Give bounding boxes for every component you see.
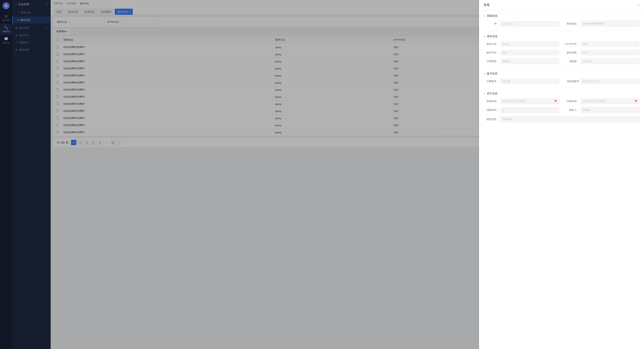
section-version-header[interactable]: ∨ 版号信息 (484, 72, 640, 75)
section-request-title: 请求信息 (487, 35, 498, 38)
browser-label: 浏览器： (564, 60, 579, 63)
field-location: 登录地点： 0|0|0|内网IP|内网IP (564, 21, 640, 27)
platform-value: Mac (500, 50, 559, 55)
field-end-time: 结束时间： 2021-07-13 15:36:40 📅 (564, 98, 640, 104)
ip-label: IP： (484, 22, 499, 25)
field-operator: 操作人： 管理员 (564, 107, 640, 113)
duration-value: 0 (500, 107, 559, 113)
field-req-method: 请求方法： query (484, 41, 559, 47)
section-basic-header[interactable]: ∨ 基础信息 (484, 14, 640, 18)
section-request-header[interactable]: ∨ 请求信息 (484, 35, 640, 38)
http-method-label-d: HTTP方式： (564, 42, 579, 46)
http-method-value: GET (581, 41, 640, 47)
desc-value: 字典查询 (500, 116, 640, 122)
section-basic: ∨ 基础信息 IP： 127.0.0.1 登录地点： 0|0|0|内网IP|内网… (484, 14, 640, 27)
platform-label: 操作平台： (484, 51, 499, 54)
engine-ver-value: 537.36 (500, 78, 559, 84)
drawer-close-button[interactable]: × (637, 3, 640, 7)
drawer-body: ∨ 基础信息 IP： 127.0.0.1 登录地点： 0|0|0|内网IP|内网… (479, 10, 644, 349)
operator-label: 操作人： (564, 108, 579, 112)
location-value: 0|0|0|内网IP|内网IP (581, 21, 640, 27)
req-method-value: query (500, 41, 559, 47)
start-time-value[interactable]: 2021-07-13 15:36:40 📅 (500, 98, 559, 104)
end-time-cal-icon: 📅 (634, 100, 637, 103)
divider-1 (484, 31, 640, 31)
drawer-title: 查看 (484, 3, 490, 7)
section-basic-title: 基础信息 (487, 14, 498, 18)
section-version-chevron: ∨ (484, 72, 485, 75)
os-value: OSX (581, 50, 640, 55)
ip-value: 127.0.0.1 (500, 21, 559, 27)
section-request-chevron: ∨ (484, 35, 485, 38)
field-http-method: HTTP方式： GET (564, 41, 640, 47)
drawer-header: 查看 × (479, 0, 644, 10)
section-basic-chevron: ∨ (484, 14, 485, 17)
field-os: 操作系统： OSX (564, 50, 640, 55)
start-time-label: 开始时间： (484, 99, 499, 103)
start-time-cal-icon: 📅 (554, 100, 557, 103)
section-other-chevron: ∨ (484, 92, 485, 95)
field-desc: 描述信息： 字典查询 (484, 116, 640, 122)
section-other-title: 其它信息 (487, 92, 498, 95)
end-time-label: 结束时间： (564, 99, 579, 103)
field-ip: IP： 127.0.0.1 (484, 21, 559, 27)
field-engine-ver: 引擎版本： 537.36 (484, 78, 559, 84)
engine-ver-label: 引擎版本： (484, 80, 499, 83)
field-start-time: 开始时间： 2021-07-13 15:36:40 📅 (484, 98, 559, 104)
field-browser: 浏览器： Chrome (564, 58, 640, 64)
end-time-value[interactable]: 2021-07-13 15:36:40 📅 (581, 98, 640, 104)
req-method-label: 请求方法： (484, 42, 499, 46)
field-platform: 操作平台： Mac (484, 50, 559, 55)
section-other: ∨ 其它信息 开始时间： 2021-07-13 15:36:40 📅 结束时间：… (484, 92, 640, 122)
browser-ver-label: 浏览器版本 (564, 80, 579, 83)
section-other-header[interactable]: ∨ 其它信息 (484, 92, 640, 95)
browser-ver-value: 91.0.4472.114 (581, 78, 640, 84)
location-label: 登录地点： (564, 22, 579, 25)
section-version: ∨ 版号信息 引擎版本： 537.36 浏览器版本 91.0.4472.114 (484, 72, 640, 84)
desc-label: 描述信息： (484, 118, 499, 121)
engine-label: 引擎类型： (484, 60, 499, 63)
operator-value: 管理员 (581, 107, 640, 113)
browser-value: Chrome (581, 58, 640, 64)
field-duration: 消耗时间： 0 (484, 107, 559, 113)
field-engine: 引擎类型： Webkit (484, 58, 559, 64)
drawer: 查看 × ∨ 基础信息 IP： 127.0.0.1 登录地点： 0|0|0|内网… (479, 0, 644, 349)
os-label: 操作系统： (564, 51, 579, 54)
duration-label: 消耗时间： (484, 108, 499, 112)
section-version-title: 版号信息 (487, 72, 498, 75)
section-request: ∨ 请求信息 请求方法： query HTTP方式： GET 操作平台： Mac… (484, 35, 640, 64)
engine-value: Webkit (500, 58, 559, 64)
field-browser-ver: 浏览器版本 91.0.4472.114 (564, 78, 640, 84)
